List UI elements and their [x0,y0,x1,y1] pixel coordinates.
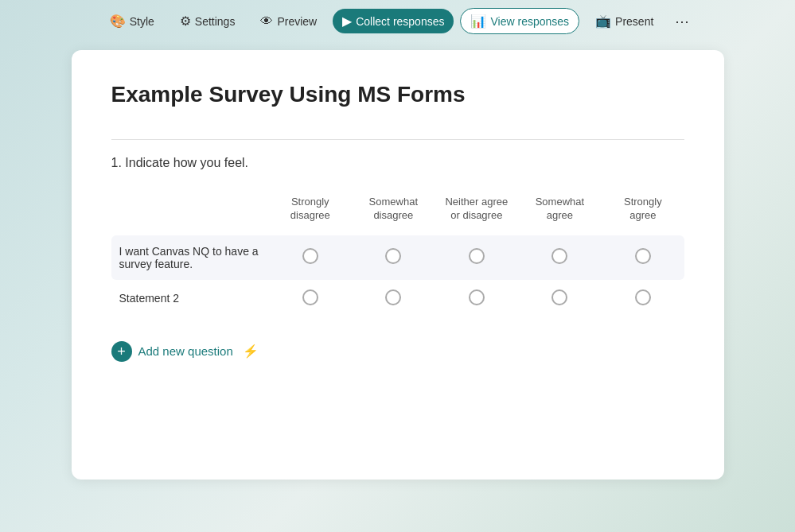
table-row: I want Canvas NQ to have a survey featur… [111,235,684,280]
col-somewhat-disagree: Somewhat disagree [352,189,435,235]
nav-collect[interactable]: ▶ Collect responses [333,9,454,33]
nav-preview[interactable]: 👁 Preview [251,10,326,33]
view-icon: 📊 [470,14,486,29]
row-label-2: Statement 2 [111,280,269,317]
add-question-label: Add new question [138,344,233,358]
survey-title: Example Survey Using MS Forms [111,82,684,107]
radio-somewhat-agree-2[interactable] [551,289,567,305]
radio-cell [602,235,684,280]
survey-card: Example Survey Using MS Forms 1. Indicat… [72,50,724,480]
col-somewhat-agree: Somewhat agree [518,189,602,235]
radio-cell [352,280,435,317]
radio-strongly-agree-1[interactable] [635,248,651,264]
top-nav: 🎨 Style ⚙ Settings 👁 Preview ▶ Collect r… [0,0,795,42]
radio-cell [518,235,602,280]
radio-cell [602,280,684,317]
table-header-empty [111,189,269,235]
radio-cell [269,280,352,317]
radio-cell [518,280,602,317]
settings-icon: ⚙ [180,14,191,29]
radio-neither-1[interactable] [469,248,485,264]
more-options-button[interactable]: ⋯ [669,9,695,34]
divider [111,139,684,140]
radio-somewhat-agree-1[interactable] [551,248,567,264]
present-icon: 📺 [595,14,611,29]
nav-present[interactable]: 📺 Present [586,9,663,33]
question-label: 1. Indicate how you feel. [111,156,684,170]
radio-strongly-agree-2[interactable] [635,289,651,305]
collect-icon: ▶ [342,14,352,29]
table-row: Statement 2 [111,280,684,317]
add-icon: + [111,341,132,362]
radio-strongly-disagree-2[interactable] [302,289,318,305]
radio-neither-2[interactable] [469,289,485,305]
nav-style[interactable]: 🎨 Style [100,9,164,33]
col-strongly-agree: Strongly agree [602,189,684,235]
add-question-row[interactable]: + Add new question ⚡ [111,341,684,362]
style-icon: 🎨 [110,14,126,29]
radio-somewhat-disagree-2[interactable] [385,289,401,305]
radio-cell [269,235,352,280]
nav-settings[interactable]: ⚙ Settings [170,9,245,33]
lightning-icon: ⚡ [243,344,259,359]
radio-cell [435,235,518,280]
radio-cell [435,280,518,317]
radio-somewhat-disagree-1[interactable] [385,248,401,264]
col-neither: Neither agree or disagree [435,189,518,235]
radio-strongly-disagree-1[interactable] [302,248,318,264]
preview-icon: 👁 [260,14,273,29]
col-strongly-disagree: Strongly disagree [269,189,352,235]
likert-table: Strongly disagree Somewhat disagree Neit… [111,189,684,317]
nav-view[interactable]: 📊 View responses [460,8,579,34]
main-content: Example Survey Using MS Forms 1. Indicat… [0,42,795,532]
radio-cell [352,235,435,280]
row-label-1: I want Canvas NQ to have a survey featur… [111,235,269,280]
